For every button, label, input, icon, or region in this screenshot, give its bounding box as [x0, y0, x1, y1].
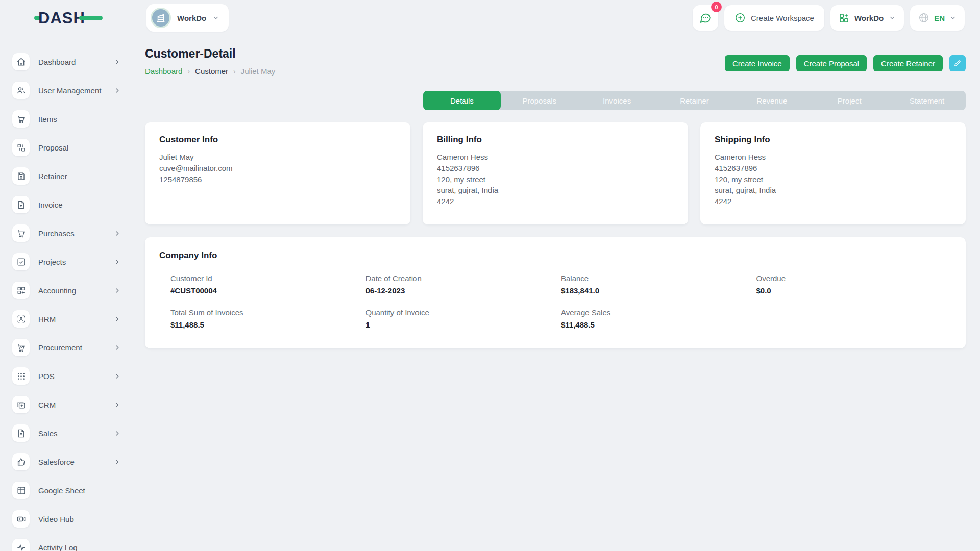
- topbar-right-group: 0 Create Workspace WorkDo EN: [693, 5, 965, 31]
- breadcrumb-customer[interactable]: Customer: [195, 67, 228, 76]
- shipping-street: 120, my street: [715, 174, 951, 185]
- breadcrumb-separator: ›: [233, 67, 236, 76]
- messages-button[interactable]: 0: [693, 5, 718, 31]
- plus-circle-icon: [734, 12, 746, 23]
- breadcrumb-current: Juliet May: [241, 67, 276, 76]
- sidebar-item-retainer[interactable]: Retainer: [0, 167, 133, 185]
- tab-invoices[interactable]: Invoices: [578, 91, 656, 110]
- home-icon: [12, 53, 30, 70]
- sidebar-item-salesforce[interactable]: Salesforce: [0, 453, 133, 470]
- billing-phone: 4152637896: [437, 163, 674, 174]
- sidebar-item-procurement[interactable]: Procurement: [0, 339, 133, 356]
- info-cards-row: Customer Info Juliet May cuve@mailinator…: [145, 122, 966, 224]
- layers-icon: [12, 396, 30, 413]
- page-actions: Create Invoice Create Proposal Create Re…: [725, 55, 966, 71]
- breadcrumb-dashboard[interactable]: Dashboard: [145, 67, 182, 76]
- sidebar-item-sales[interactable]: Sales: [0, 424, 133, 442]
- tab-statement[interactable]: Statement: [888, 91, 966, 110]
- chevron-right-icon: [114, 230, 120, 237]
- building-icon: [155, 12, 166, 23]
- company-info-card: Company Info Customer Id #CUST00004 Date…: [145, 237, 966, 348]
- check-square-icon: [12, 253, 30, 270]
- sidebar-item-items[interactable]: Items: [0, 110, 133, 128]
- field-overdue: Overdue $0.0: [756, 274, 952, 295]
- field-average-sales: Average Sales $11,488.5: [561, 308, 756, 329]
- logo-text: DASH: [38, 10, 85, 26]
- file-icon: [12, 196, 30, 213]
- sidebar-item-google-sheet[interactable]: Google Sheet: [0, 482, 133, 499]
- customer-info-card: Customer Info Juliet May cuve@mailinator…: [145, 122, 410, 224]
- chevron-right-icon: [114, 87, 120, 94]
- tab-project[interactable]: Project: [811, 91, 888, 110]
- messages-badge: 0: [711, 2, 722, 12]
- tab-proposals[interactable]: Proposals: [501, 91, 578, 110]
- chevron-right-icon: [114, 402, 120, 408]
- app-selector-label: WorkDo: [854, 14, 884, 22]
- tab-revenue[interactable]: Revenue: [733, 91, 811, 110]
- tabs-container: Details Proposals Invoices Retainer Reve…: [145, 91, 966, 110]
- cart-icon: [12, 224, 30, 242]
- dash-logo: DASH: [34, 10, 131, 26]
- title-block: Customer-Detail Dashboard › Customer › J…: [145, 47, 275, 76]
- grid-arrows-icon: [12, 139, 30, 156]
- video-camera-icon: [12, 510, 30, 528]
- chat-icon: [699, 11, 712, 24]
- pencil-icon: [953, 59, 962, 67]
- chevron-right-icon: [114, 430, 120, 437]
- tab-details[interactable]: Details: [423, 91, 501, 110]
- file-text-icon: [12, 424, 30, 442]
- activity-icon: [12, 539, 30, 551]
- chevron-right-icon: [114, 287, 120, 294]
- sidebar-item-hrm[interactable]: HRM: [0, 310, 133, 328]
- card-title: Shipping Info: [715, 135, 951, 145]
- sidebar-item-user-management[interactable]: User Management: [0, 82, 133, 99]
- main-content: Customer-Detail Dashboard › Customer › J…: [145, 36, 966, 348]
- edit-customer-button[interactable]: [949, 55, 966, 71]
- company-info-grid: Customer Id #CUST00004 Date of Creation …: [159, 274, 951, 329]
- chevron-right-icon: [114, 259, 120, 265]
- create-invoice-button[interactable]: Create Invoice: [725, 55, 790, 71]
- billing-street: 120, my street: [437, 174, 674, 185]
- sidebar-item-accounting[interactable]: Accounting: [0, 282, 133, 299]
- page-title: Customer-Detail: [145, 47, 275, 61]
- sidebar-item-proposal[interactable]: Proposal: [0, 139, 133, 156]
- cart-icon: [12, 110, 30, 128]
- sidebar-item-purchases[interactable]: Purchases: [0, 224, 133, 242]
- chevron-down-icon: [212, 14, 219, 21]
- sidebar: Dashboard User Management Items Proposal…: [0, 36, 133, 551]
- sidebar-item-activity-log[interactable]: Activity Log: [0, 539, 133, 551]
- save-icon: [12, 167, 30, 185]
- create-workspace-label: Create Workspace: [751, 14, 814, 22]
- chevron-right-icon: [114, 344, 120, 351]
- shipping-phone: 4152637896: [715, 163, 951, 174]
- sidebar-item-video-hub[interactable]: Video Hub: [0, 510, 133, 528]
- cart-chart-icon: [12, 339, 30, 356]
- shipping-info-card: Shipping Info Cameron Hess 4152637896 12…: [700, 122, 966, 224]
- sidebar-item-projects[interactable]: Projects: [0, 253, 133, 270]
- logo-accent-bar: [79, 16, 103, 20]
- chevron-right-icon: [114, 459, 120, 465]
- billing-zip: 4242: [437, 196, 674, 207]
- tab-retainer[interactable]: Retainer: [656, 91, 733, 110]
- language-label: EN: [934, 14, 945, 22]
- detail-tabs: Details Proposals Invoices Retainer Reve…: [423, 91, 966, 110]
- app-selector[interactable]: WorkDo: [830, 5, 904, 31]
- customer-name: Juliet May: [159, 152, 396, 163]
- chevron-down-icon: [949, 14, 957, 21]
- sidebar-item-invoice[interactable]: Invoice: [0, 196, 133, 213]
- field-customer-id: Customer Id #CUST00004: [170, 274, 366, 295]
- create-retainer-button[interactable]: Create Retainer: [873, 55, 943, 71]
- chevron-right-icon: [114, 59, 120, 65]
- field-quantity-of-invoice: Quantity of Invoice 1: [366, 308, 561, 329]
- customer-phone: 1254879856: [159, 174, 396, 185]
- sidebar-item-pos[interactable]: POS: [0, 367, 133, 385]
- sidebar-item-dashboard[interactable]: Dashboard: [0, 53, 133, 70]
- create-workspace-button[interactable]: Create Workspace: [724, 5, 824, 31]
- grid-plus-icon: [839, 13, 849, 23]
- sidebar-item-crm[interactable]: CRM: [0, 396, 133, 413]
- breadcrumb-separator: ›: [187, 67, 190, 76]
- workspace-selector[interactable]: WorkDo: [146, 4, 229, 32]
- language-selector[interactable]: EN: [910, 5, 965, 31]
- grid-plus-icon: [12, 282, 30, 299]
- create-proposal-button[interactable]: Create Proposal: [796, 55, 867, 71]
